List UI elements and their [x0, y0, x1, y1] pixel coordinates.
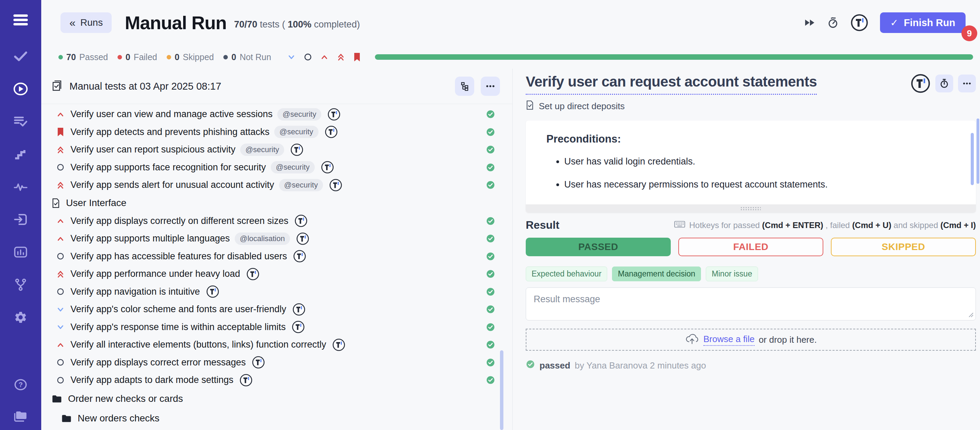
- ai-icon[interactable]: [293, 303, 305, 316]
- chevron-up-icon[interactable]: [320, 52, 329, 62]
- test-row[interactable]: Verify user can view and manage active s…: [41, 105, 512, 123]
- browse-file-link[interactable]: Browse a file: [703, 334, 754, 346]
- runs-play-circle-icon[interactable]: [13, 81, 29, 97]
- back-to-runs-button[interactable]: « Runs: [60, 13, 112, 33]
- more-dots-button[interactable]: [958, 75, 976, 92]
- scrollbar-thumb[interactable]: [500, 350, 503, 430]
- ai-icon[interactable]: [240, 374, 253, 387]
- folder-row[interactable]: [41, 428, 512, 430]
- status-passed-icon: [486, 180, 495, 190]
- ai-icon[interactable]: [292, 321, 305, 333]
- tag-badge: @security: [274, 126, 318, 138]
- ai-icon[interactable]: [325, 125, 338, 138]
- test-row[interactable]: Verify app detects and prevents phishing…: [41, 123, 512, 141]
- test-title: Verify user can report suspicious activi…: [70, 144, 235, 155]
- status-passed-icon: [486, 305, 495, 314]
- file-drop-area[interactable]: Browse a file or drop it here.: [526, 329, 976, 351]
- result-message-wrap: [526, 287, 976, 322]
- status-passed-icon: [486, 109, 495, 119]
- tag-badge: @security: [271, 161, 315, 173]
- ai-icon[interactable]: [329, 179, 342, 192]
- status-passed-icon: [486, 287, 495, 297]
- page-title: Manual Run: [125, 12, 226, 33]
- topbar: « Runs Manual Run 70/70 tests ( 100% com…: [41, 0, 980, 45]
- hamburger-menu-icon[interactable]: [13, 13, 29, 27]
- test-row[interactable]: Verify app displays correct error messag…: [41, 354, 512, 371]
- skipped-button[interactable]: SKIPPED: [831, 238, 976, 256]
- result-message-input[interactable]: [526, 287, 976, 321]
- suite-row[interactable]: User Interface: [41, 194, 512, 212]
- ai-icon[interactable]: [294, 214, 307, 227]
- drop-hint: or drop it here.: [759, 335, 817, 345]
- scrollbar-thumb[interactable]: [977, 119, 979, 184]
- priority-low-icon: [56, 322, 65, 332]
- gear-icon[interactable]: [13, 310, 29, 325]
- tag-badge: @security: [240, 144, 284, 156]
- ai-icon[interactable]: [321, 161, 334, 174]
- ai-icon[interactable]: [252, 356, 265, 369]
- folder-row[interactable]: Order new checks or cards: [41, 389, 512, 409]
- tree-view-button[interactable]: [455, 76, 474, 96]
- tests-check-icon[interactable]: [13, 49, 29, 64]
- test-row[interactable]: Verify app navigation is intuitive: [41, 283, 512, 301]
- ai-icon[interactable]: [332, 338, 345, 351]
- test-row[interactable]: Verify app's response time is within acc…: [41, 318, 512, 336]
- bookmark-icon[interactable]: [353, 52, 361, 62]
- folder-row[interactable]: New orders checks: [41, 409, 512, 428]
- test-case-title: Verify user can request account statemen…: [526, 73, 817, 90]
- integrations-branch-icon[interactable]: [13, 277, 29, 292]
- resize-handle[interactable]: [526, 204, 976, 213]
- test-title: Verify app supports multiple languages: [70, 233, 230, 244]
- app: ? « Runs Manual Run 70/70 tests ( 100% c…: [0, 0, 980, 430]
- test-row[interactable]: Verify app sends alert for unusual accou…: [41, 176, 512, 194]
- ai-logo-icon[interactable]: [911, 73, 931, 94]
- folder-title: Order new checks or cards: [68, 393, 183, 404]
- result-tag[interactable]: Expected behaviour: [526, 267, 607, 281]
- test-row[interactable]: Verify app performance under heavy load: [41, 265, 512, 283]
- status-passed-icon: [486, 252, 495, 261]
- fast-forward-icon[interactable]: [804, 19, 815, 27]
- finish-run-button[interactable]: ✓ Finish Run 9: [880, 13, 966, 33]
- test-row[interactable]: Verify app's color scheme and fonts are …: [41, 300, 512, 318]
- resize-grip-icon[interactable]: [969, 313, 974, 319]
- ai-icon[interactable]: [290, 143, 304, 156]
- result-tag[interactable]: Management decision: [612, 267, 701, 281]
- ai-icon[interactable]: [206, 285, 219, 298]
- ai-icon[interactable]: [328, 108, 340, 121]
- test-row[interactable]: Verify app has accessible features for d…: [41, 248, 512, 265]
- chevron-down-icon[interactable]: [287, 52, 296, 62]
- stopwatch-button[interactable]: [935, 75, 953, 92]
- parent-suite[interactable]: Set up direct deposits: [526, 100, 976, 112]
- ai-icon[interactable]: [293, 250, 306, 263]
- test-review-list-icon[interactable]: [13, 114, 29, 129]
- ai-icon[interactable]: [296, 232, 309, 245]
- test-row[interactable]: Verify all interactive elements (buttons…: [41, 336, 512, 354]
- stat-not-run: 0Not Run: [223, 52, 271, 62]
- failed-button[interactable]: FAILED: [678, 238, 823, 256]
- test-row[interactable]: Verify app adapts to dark mode settings: [41, 371, 512, 389]
- ai-icon[interactable]: [247, 268, 259, 281]
- projects-folders-icon[interactable]: [13, 409, 29, 424]
- double-chevron-up-icon[interactable]: [336, 52, 345, 62]
- result-tag[interactable]: Minor issue: [706, 267, 758, 281]
- milestones-steps-icon[interactable]: [13, 147, 29, 162]
- test-row[interactable]: Verify app supports face recognition for…: [41, 159, 512, 176]
- status-dot: [167, 55, 171, 59]
- test-row[interactable]: Verify user can report suspicious activi…: [41, 141, 512, 159]
- passed-button[interactable]: PASSED: [526, 238, 671, 256]
- activity-pulse-icon[interactable]: [13, 179, 29, 194]
- reports-bar-chart-icon[interactable]: [13, 244, 29, 260]
- priority-medium-icon: [56, 287, 65, 296]
- test-row[interactable]: Verify app displays correctly on differe…: [41, 212, 512, 230]
- scrollbar-thumb[interactable]: [971, 133, 974, 185]
- import-icon[interactable]: [13, 212, 29, 227]
- test-title: Verify all interactive elements (buttons…: [70, 340, 326, 350]
- circle-icon[interactable]: [304, 52, 312, 62]
- ai-logo-icon[interactable]: [850, 14, 868, 32]
- help-icon[interactable]: ?: [13, 377, 29, 392]
- content: Manual tests at 03 Apr 2025 08:17 Verify…: [41, 69, 980, 430]
- more-dots-button[interactable]: [481, 76, 500, 96]
- test-title: Verify app navigation is intuitive: [70, 286, 200, 297]
- test-row[interactable]: Verify app supports multiple languages@l…: [41, 230, 512, 248]
- stopwatch-icon[interactable]: [827, 16, 839, 29]
